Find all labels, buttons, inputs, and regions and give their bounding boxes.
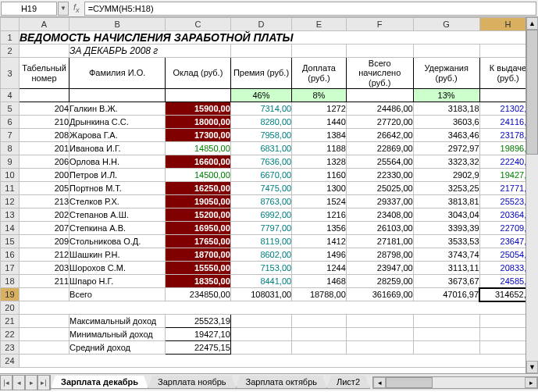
cell-withhold[interactable]: 3673,67 [413,275,479,288]
cell-salary[interactable]: 18000,00 [166,116,231,129]
cell-total[interactable]: 26103,00 [346,222,413,235]
name-box[interactable]: H19 [1,2,57,16]
cell-bonus[interactable]: 6831,00 [230,142,291,155]
hdr-salary[interactable]: Оклад (руб.) [166,58,231,89]
summary-label[interactable]: Максимальный доход [69,315,166,328]
cell-salary[interactable]: 15200,00 [166,208,231,222]
cell-bonus[interactable]: 8119,00 [230,235,291,248]
row-header-12[interactable]: 12 [1,195,20,208]
row-header-6[interactable]: 6 [1,116,20,129]
cell-salary[interactable]: 16600,00 [166,155,231,169]
cell-tabnum[interactable]: 206 [19,155,69,169]
cell-withhold[interactable]: 3043,04 [413,208,479,222]
totals-extra[interactable]: 18788,00 [292,288,347,301]
cell-tabnum[interactable]: 204 [19,102,69,116]
cell-bonus[interactable]: 7314,00 [230,102,291,116]
row-header-9[interactable]: 9 [1,155,20,169]
cell-tabnum[interactable]: 209 [19,235,69,248]
pct-extra[interactable]: 8% [292,89,347,102]
tab-next-icon[interactable]: ▸ [25,375,37,390]
cell-tabnum[interactable]: 200 [19,169,69,182]
cell-salary[interactable]: 14500,00 [166,169,231,182]
tab-last-icon[interactable]: ▸| [37,375,50,390]
row-header-2[interactable]: 2 [1,45,20,58]
cell-total[interactable]: 25025,00 [346,182,413,195]
cell-bonus[interactable]: 7636,00 [230,155,291,169]
cell-tabnum[interactable]: 203 [19,262,69,275]
cell-extra[interactable]: 1524 [292,195,347,208]
sheet-title[interactable]: ВЕДОМОСТЬ НАЧИСЛЕНИЯ ЗАРАБОТНОЙ ПЛАТЫ [19,31,536,45]
row-header-13[interactable]: 13 [1,208,20,222]
scroll-track[interactable] [526,155,538,361]
cell-extra[interactable]: 1496 [292,248,347,262]
row-header-24[interactable]: 24 [1,355,20,368]
row-header-11[interactable]: 11 [1,182,20,195]
cell-name[interactable]: Шашкин Р.Н. [69,248,166,262]
sheet-tab[interactable]: Лист2 [326,376,370,389]
cell-tabnum[interactable]: 205 [19,182,69,195]
cell-total[interactable]: 27181,00 [346,235,413,248]
vertical-scrollbar[interactable]: ▲ ▼ [526,17,538,373]
hdr-total[interactable]: Всего начислено (руб.) [346,58,413,89]
hdr-extra[interactable]: Доплата (руб.) [292,58,347,89]
cell-extra[interactable]: 1468 [292,275,347,288]
cell-extra[interactable]: 1160 [292,169,347,182]
cell-withhold[interactable]: 2902,9 [413,169,479,182]
scroll-left-icon[interactable]: ◂ [373,377,386,388]
summary-label[interactable]: Средний доход [69,341,166,355]
row-header-18[interactable]: 18 [1,275,20,288]
hscroll-thumb[interactable] [386,377,433,388]
totals-bonus[interactable]: 108031,00 [230,288,291,301]
name-box-dropdown[interactable]: ▼ [58,2,69,16]
row-header-7[interactable]: 7 [1,129,20,142]
cell-total[interactable]: 28259,00 [346,275,413,288]
cell-bonus[interactable]: 8441,00 [230,275,291,288]
cell-extra[interactable]: 1356 [292,222,347,235]
hdr-bonus[interactable]: Премия (руб.) [230,58,291,89]
cell-withhold[interactable]: 3743,74 [413,248,479,262]
scroll-up-icon[interactable]: ▲ [526,17,538,30]
summary-value[interactable]: 25523,19 [166,315,231,328]
sheet-tab[interactable]: Зарплата декабрь [51,376,148,389]
col-header-F[interactable]: F [346,18,413,31]
cell-total[interactable]: 27720,00 [346,116,413,129]
cell-bonus[interactable]: 7797,00 [230,222,291,235]
cell-name[interactable]: Портнов М.Т. [69,182,166,195]
cell-withhold[interactable]: 2972,97 [413,142,479,155]
cell-name[interactable]: Стелков Р.Х. [69,195,166,208]
cell-extra[interactable]: 1188 [292,142,347,155]
row-header-3[interactable]: 3 [1,58,20,89]
tab-first-icon[interactable]: |◂ [0,375,12,390]
cell-tabnum[interactable]: 207 [19,222,69,235]
cell-salary[interactable]: 17650,00 [166,235,231,248]
row-header-5[interactable]: 5 [1,102,20,116]
sheet-subtitle[interactable]: ЗА ДЕКАБРЬ 2008 г [69,45,231,58]
cell-tabnum[interactable]: 211 [19,275,69,288]
hdr-tabnum[interactable]: Табельный номер [19,58,69,89]
row-header-8[interactable]: 8 [1,142,20,155]
row-header-17[interactable]: 17 [1,262,20,275]
cell-extra[interactable]: 1272 [292,102,347,116]
cell-extra[interactable]: 1412 [292,235,347,248]
cell-tabnum[interactable]: 208 [19,129,69,142]
row-header-15[interactable]: 15 [1,235,20,248]
totals-withhold[interactable]: 47016,97 [413,288,479,301]
row-header-19[interactable]: 19 [1,288,20,301]
cell-salary[interactable]: 18700,00 [166,248,231,262]
cell-extra[interactable]: 1384 [292,129,347,142]
row-header-20[interactable]: 20 [1,301,20,315]
cell-extra[interactable]: 1440 [292,116,347,129]
cell-bonus[interactable]: 8602,00 [230,248,291,262]
cell-name[interactable]: Галкин В.Ж. [69,102,166,116]
totals-label[interactable]: Всего [69,288,166,301]
summary-label[interactable]: Минимальный доход [69,328,166,341]
cell-total[interactable]: 24486,00 [346,102,413,116]
cell-salary[interactable]: 14850,00 [166,142,231,155]
col-header-B[interactable]: B [69,18,166,31]
cell-total[interactable]: 23947,00 [346,262,413,275]
cell-name[interactable]: Иванова И.Г. [69,142,166,155]
hscroll-track[interactable] [433,377,525,388]
cell-total[interactable]: 22330,00 [346,169,413,182]
formula-input[interactable]: =СУММ(H5:H18) [84,2,536,16]
row-header-10[interactable]: 10 [1,169,20,182]
